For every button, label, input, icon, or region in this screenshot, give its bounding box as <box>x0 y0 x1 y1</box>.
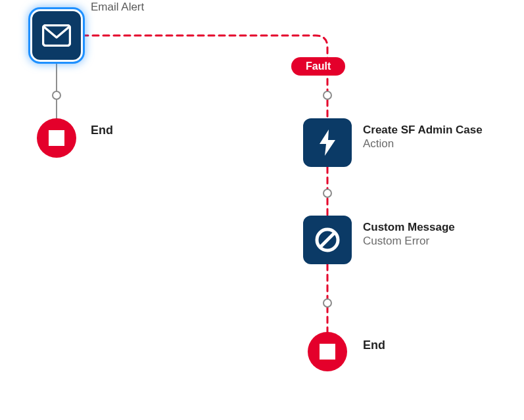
email-alert-node[interactable] <box>32 11 81 60</box>
svg-line-5 <box>320 233 335 247</box>
ban-icon <box>314 227 341 253</box>
custom-message-node[interactable] <box>303 216 352 264</box>
connector-point[interactable] <box>323 298 332 308</box>
create-sf-admin-case-node[interactable] <box>303 118 352 167</box>
action-node-label: Create SF Admin Case Action <box>363 123 483 151</box>
stop-icon <box>49 130 64 146</box>
lightning-icon <box>317 128 338 157</box>
connector-point[interactable] <box>323 189 332 198</box>
node-title: Create SF Admin Case <box>363 123 483 137</box>
connectors-layer <box>0 0 524 420</box>
connector-point[interactable] <box>323 91 332 100</box>
end-label-left: End <box>91 124 113 137</box>
fault-badge-text: Fault <box>306 60 331 72</box>
node-subtitle: Custom Error <box>363 234 455 248</box>
email-icon <box>42 24 71 47</box>
flow-canvas[interactable]: Email Alert End Fault Create SF Admin Ca… <box>0 0 524 420</box>
end-node-left[interactable] <box>37 118 76 158</box>
end-node-right[interactable] <box>308 332 347 371</box>
node-title: Email Alert <box>91 1 144 13</box>
end-label-right: End <box>363 338 385 352</box>
email-alert-label: Email Alert <box>91 0 144 14</box>
node-subtitle: Action <box>363 137 483 151</box>
stop-icon <box>320 344 335 360</box>
connector-point[interactable] <box>52 91 61 100</box>
fault-badge: Fault <box>291 57 345 76</box>
node-title: Custom Message <box>363 220 455 234</box>
custom-error-node-label: Custom Message Custom Error <box>363 220 455 248</box>
